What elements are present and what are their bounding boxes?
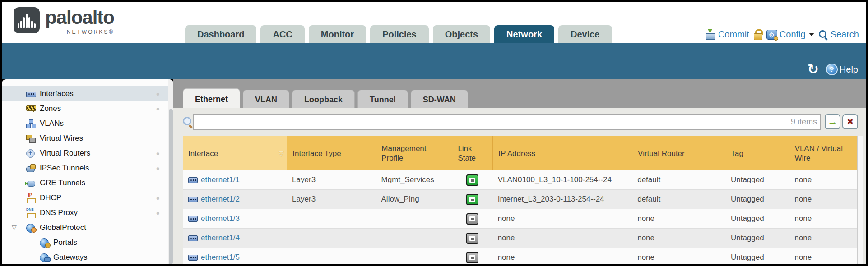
filter-bar: 9 items → ✖ (173, 108, 866, 136)
subtab-sdwan[interactable]: SD-WAN (411, 90, 468, 110)
sidebar-item-zones[interactable]: Zones ● (2, 101, 173, 116)
clear-filter-button[interactable]: ✖ (842, 114, 858, 129)
tag-cell: Untagged (725, 170, 789, 189)
tab-objects[interactable]: Objects (433, 25, 490, 43)
ethernet-port-icon (188, 235, 198, 241)
top-bar: paloalto NETWORKS® Dashboard ACC Monitor… (2, 2, 866, 43)
table-scrollbar[interactable] (857, 136, 863, 264)
utility-bar: Commit ⚙ Config Search (705, 29, 859, 40)
sidebar-item-vlans[interactable]: VLANs (2, 116, 173, 131)
search-label: Search (831, 29, 859, 40)
help-icon: ? (826, 64, 838, 75)
table-row: ethernet1/3 none none Untagged none (183, 209, 857, 229)
interface-link[interactable]: ethernet1/2 (201, 195, 240, 204)
link-state-icon (466, 194, 478, 205)
virtual-router-cell: default (632, 170, 725, 189)
items-count: 9 items (783, 117, 817, 127)
sidebar-item-dhcp[interactable]: DHCP ● (2, 190, 173, 205)
filter-input[interactable] (193, 114, 821, 130)
sidebar-item-portals[interactable]: Portals (2, 235, 173, 250)
ethernet-port-icon (188, 216, 198, 222)
sidebar-item-virtual-routers[interactable]: Virtual Routers ● (2, 146, 173, 161)
ethernet-port-icon (188, 197, 198, 202)
interface-type-cell: Layer3 (287, 170, 376, 189)
interface-type-cell (287, 229, 376, 248)
column-header-ip-address[interactable]: IP Address (493, 136, 632, 170)
management-profile-cell: Allow_Ping (376, 190, 452, 209)
tag-cell: Untagged (725, 248, 789, 264)
table-row: ethernet1/1 Layer3 Mgmt_Services VLAN010… (183, 170, 857, 190)
column-header-interface[interactable]: Interface ▽ (183, 136, 287, 170)
subtab-ethernet[interactable]: Ethernet (183, 88, 240, 110)
zones-icon (26, 105, 36, 113)
help-button[interactable]: ? Help (826, 64, 858, 75)
expander-triangle-icon[interactable]: ▽ (12, 224, 17, 231)
column-header-tag[interactable]: Tag (725, 136, 789, 170)
ethernet-panel: 9 items → ✖ Interface ▽ Interface Type M… (173, 108, 866, 264)
vlan-cell: none (789, 209, 857, 228)
column-header-link-state[interactable]: Link State (452, 136, 493, 170)
tag-cell: Untagged (725, 190, 789, 209)
sidebar-item-ipsec-tunnels[interactable]: IPSec Tunnels ● (2, 161, 173, 175)
link-state-icon (466, 213, 478, 225)
tab-acc[interactable]: ACC (260, 25, 304, 43)
sidebar-item-interfaces[interactable]: Interfaces ● (2, 86, 173, 101)
interface-type-cell: Layer3 (287, 190, 376, 209)
sidebar-item-virtual-wires[interactable]: Virtual Wires (2, 131, 173, 146)
interface-link[interactable]: ethernet1/3 (201, 214, 240, 223)
sidebar-item-globalprotect[interactable]: ▽ GlobalProtect (2, 220, 173, 235)
sidebar-item-gateways[interactable]: Gateways (2, 250, 173, 264)
tag-cell: Untagged (725, 209, 789, 228)
table-row: ethernet1/5 none none Untagged none (183, 248, 857, 264)
tag-cell: Untagged (725, 229, 789, 248)
sidebar: Interfaces ● Zones ● VLANs Virtual Wires… (2, 79, 173, 264)
tab-device[interactable]: Device (558, 25, 612, 43)
arrow-right-icon: → (828, 116, 838, 128)
sidebar-item-gre-tunnels[interactable]: GRE Tunnels (2, 175, 173, 190)
column-header-management-profile[interactable]: Management Profile (376, 136, 452, 170)
column-header-interface-type[interactable]: Interface Type (287, 136, 376, 170)
column-header-virtual-router[interactable]: Virtual Router (632, 136, 725, 170)
status-dot: ● (156, 209, 160, 216)
interface-link[interactable]: ethernet1/4 (201, 234, 240, 243)
subtab-tunnel[interactable]: Tunnel (357, 90, 408, 110)
interface-link[interactable]: ethernet1/1 (201, 175, 240, 184)
tab-policies[interactable]: Policies (370, 25, 429, 43)
brand-subtitle: NETWORKS® (67, 29, 114, 35)
lock-icon[interactable] (753, 29, 762, 40)
search-icon (818, 30, 828, 40)
subtab-vlan[interactable]: VLAN (243, 90, 289, 110)
commit-icon (705, 29, 716, 40)
status-dot: ● (156, 194, 160, 202)
ethernet-port-icon (188, 255, 198, 261)
sidebar-scrollbar-thumb[interactable] (169, 109, 173, 264)
sort-dropdown-icon[interactable]: ▽ (275, 136, 287, 170)
vlan-cell: none (789, 170, 857, 189)
interface-type-cell (287, 209, 376, 228)
tab-network[interactable]: Network (494, 25, 554, 43)
column-header-vlan-virtual-wire[interactable]: VLAN / Virtual Wire (789, 136, 857, 170)
commit-button[interactable]: Commit (705, 29, 749, 40)
virtual-router-cell: default (632, 190, 725, 209)
sidebar-item-dns-proxy[interactable]: DNS Proxy ● (2, 205, 173, 220)
ip-address-cell: VLAN0100_L3_10-1-100-254--24 (492, 170, 632, 189)
sidebar-scrollbar[interactable] (168, 79, 173, 264)
ip-address-cell: none (492, 229, 632, 248)
vlan-cell: none (789, 248, 857, 264)
search-button[interactable]: Search (818, 29, 859, 40)
interface-link[interactable]: ethernet1/5 (201, 253, 240, 262)
main-panel: Ethernet VLAN Loopback Tunnel SD-WAN 9 i… (173, 79, 866, 264)
subtab-loopback[interactable]: Loopback (292, 90, 355, 110)
vlans-icon (26, 119, 36, 128)
tab-dashboard[interactable]: Dashboard (185, 25, 256, 43)
refresh-icon[interactable]: ↻ (808, 63, 819, 76)
status-dot: ● (156, 90, 160, 97)
filter-magnifier-icon (182, 116, 193, 128)
portals-icon (40, 238, 49, 247)
paloalto-logo-icon (14, 7, 40, 33)
globalprotect-icon (26, 224, 36, 232)
tab-monitor[interactable]: Monitor (309, 25, 366, 43)
virtual-router-cell: none (632, 248, 725, 264)
apply-filter-button[interactable]: → (825, 114, 840, 129)
config-button[interactable]: ⚙ Config (766, 29, 814, 40)
